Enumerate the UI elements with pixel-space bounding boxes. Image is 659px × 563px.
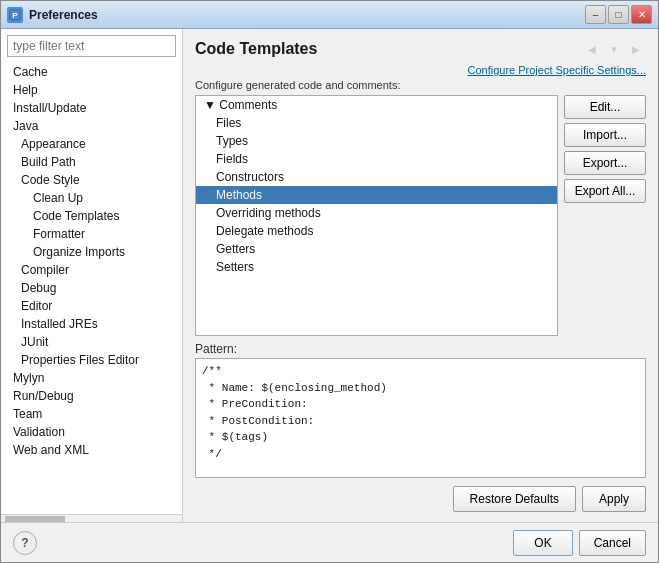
pattern-box[interactable]: /** * Name: $(enclosing_method) * PreCon… [195,358,646,478]
left-tree-item-12[interactable]: Debug [1,279,182,297]
horizontal-scrollbar[interactable] [1,514,182,522]
code-tree-item-8[interactable]: Getters [196,240,557,258]
left-tree-item-21[interactable]: Web and XML [1,441,182,459]
right-panel: Code Templates ◀ ▼ ▶ Configure Project S… [183,29,658,522]
action-button-1[interactable]: Import... [564,123,646,147]
nav-arrows: ◀ ▼ ▶ [582,39,646,59]
action-button-2[interactable]: Export... [564,151,646,175]
left-tree-item-11[interactable]: Compiler [1,261,182,279]
bottom-buttons: Restore Defaults Apply [195,486,646,512]
code-tree-item-5[interactable]: Methods [196,186,557,204]
left-tree-item-0[interactable]: Cache [1,63,182,81]
horizontal-thumb[interactable] [5,516,65,522]
left-tree-item-13[interactable]: Editor [1,297,182,315]
code-tree-item-1[interactable]: Files [196,114,557,132]
left-tree-item-18[interactable]: Run/Debug [1,387,182,405]
left-tree-item-20[interactable]: Validation [1,423,182,441]
left-tree-item-7[interactable]: Clean Up [1,189,182,207]
svg-text:P: P [12,11,18,20]
window-title: Preferences [29,8,585,22]
code-tree: ▼ CommentsFilesTypesFieldsConstructorsMe… [195,95,558,336]
left-tree-item-16[interactable]: Properties Files Editor [1,351,182,369]
restore-defaults-button[interactable]: Restore Defaults [453,486,576,512]
config-label: Configure generated code and comments: [195,79,646,91]
left-tree-item-4[interactable]: Appearance [1,135,182,153]
code-tree-item-6[interactable]: Overriding methods [196,204,557,222]
action-button-0[interactable]: Edit... [564,95,646,119]
footer: ? OK Cancel [1,522,658,562]
window-controls: – □ ✕ [585,5,652,24]
code-tree-item-0[interactable]: ▼ Comments [196,96,557,114]
left-tree-item-17[interactable]: Mylyn [1,369,182,387]
left-tree-item-1[interactable]: Help [1,81,182,99]
preferences-window: P Preferences – □ ✕ CacheHelpInstall/Upd… [0,0,659,563]
apply-button[interactable]: Apply [582,486,646,512]
left-tree-item-8[interactable]: Code Templates [1,207,182,225]
close-button[interactable]: ✕ [631,5,652,24]
left-tree-item-2[interactable]: Install/Update [1,99,182,117]
minimize-button[interactable]: – [585,5,606,24]
left-tree-item-6[interactable]: Code Style [1,171,182,189]
window-icon: P [7,7,23,23]
main-content: CacheHelpInstall/UpdateJavaAppearanceBui… [1,29,658,522]
nav-fwd-button[interactable]: ▶ [626,39,646,59]
left-tree-item-14[interactable]: Installed JREs [1,315,182,333]
config-link[interactable]: Configure Project Specific Settings... [467,64,646,76]
left-tree-item-3[interactable]: Java [1,117,182,135]
nav-back-button[interactable]: ◀ [582,39,602,59]
tree-buttons-row: ▼ CommentsFilesTypesFieldsConstructorsMe… [195,95,646,336]
filter-input[interactable] [7,35,176,57]
left-panel: CacheHelpInstall/UpdateJavaAppearanceBui… [1,29,183,522]
ok-button[interactable]: OK [513,530,572,556]
nav-dropdown-button[interactable]: ▼ [604,39,624,59]
title-bar: P Preferences – □ ✕ [1,1,658,29]
left-tree: CacheHelpInstall/UpdateJavaAppearanceBui… [1,63,182,514]
maximize-button[interactable]: □ [608,5,629,24]
code-tree-item-2[interactable]: Types [196,132,557,150]
pattern-label: Pattern: [195,342,646,356]
code-tree-item-4[interactable]: Constructors [196,168,557,186]
footer-buttons: OK Cancel [513,530,646,556]
left-tree-item-9[interactable]: Formatter [1,225,182,243]
panel-title: Code Templates [195,40,317,58]
code-tree-item-3[interactable]: Fields [196,150,557,168]
help-button[interactable]: ? [13,531,37,555]
action-button-3[interactable]: Export All... [564,179,646,203]
left-tree-item-5[interactable]: Build Path [1,153,182,171]
left-tree-item-15[interactable]: JUnit [1,333,182,351]
cancel-button[interactable]: Cancel [579,530,646,556]
right-header: Code Templates ◀ ▼ ▶ [195,39,646,59]
code-tree-item-9[interactable]: Setters [196,258,557,276]
code-tree-item-7[interactable]: Delegate methods [196,222,557,240]
left-tree-item-19[interactable]: Team [1,405,182,423]
action-buttons: Edit...Import...Export...Export All... [564,95,646,336]
left-tree-item-10[interactable]: Organize Imports [1,243,182,261]
